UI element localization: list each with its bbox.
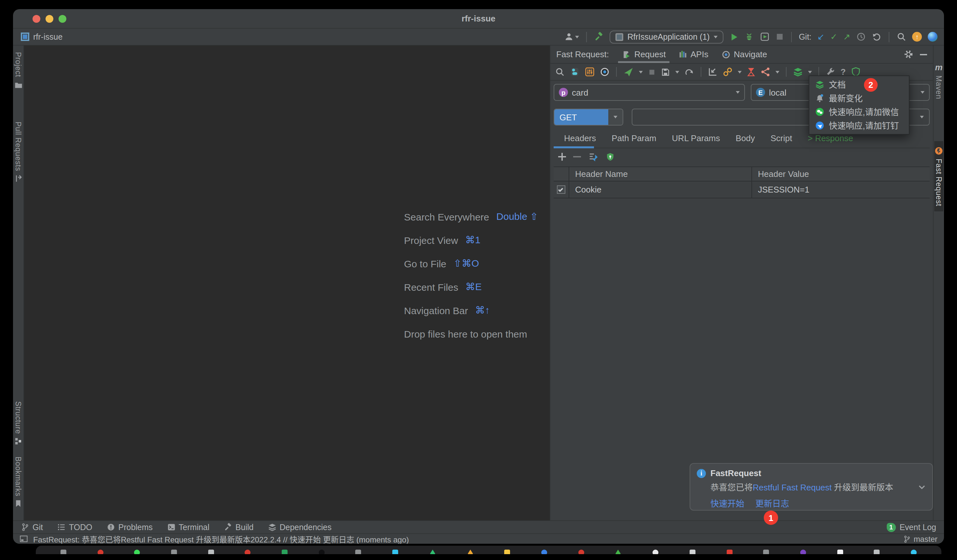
hide-panel-icon[interactable] <box>920 54 927 55</box>
tab-headers[interactable]: Headers <box>564 133 596 148</box>
event-log-button[interactable]: 1 Event Log <box>886 522 936 532</box>
dock-app-icon[interactable] <box>97 550 103 554</box>
connection-toggle-icon[interactable] <box>570 67 580 77</box>
dock-app-icon[interactable] <box>171 550 177 554</box>
tab-url-params[interactable]: URL Params <box>672 133 720 148</box>
dock-app-icon[interactable] <box>837 550 843 554</box>
menu-item-whats-new[interactable]: 最新变化 <box>809 91 909 105</box>
chevron-down-icon[interactable] <box>808 71 812 73</box>
dock-app-icon[interactable] <box>690 550 695 554</box>
response-toggle[interactable]: > Response <box>808 133 853 148</box>
project-module-select[interactable]: p card <box>554 84 745 101</box>
docs-layers-icon[interactable] <box>793 67 803 77</box>
send-request-icon[interactable] <box>623 67 634 77</box>
search-icon[interactable] <box>555 67 565 77</box>
header-name-cell[interactable]: Cookie <box>569 181 752 198</box>
status-message[interactable]: FastRequest: 恭喜您已将Restful Fast Request 升… <box>33 533 409 544</box>
sidebar-item-fast-request[interactable]: Fast Request <box>934 141 943 211</box>
quick-start-link[interactable]: 快速开始 <box>711 497 744 509</box>
run-configuration-select[interactable]: RfrIssueApplication (1) <box>610 30 723 43</box>
chevron-down-icon[interactable] <box>639 71 643 73</box>
share-graph-icon[interactable] <box>761 67 770 77</box>
dock-app-icon[interactable] <box>430 550 436 554</box>
stop-request-icon[interactable] <box>648 68 656 76</box>
chevron-down-icon[interactable] <box>675 71 679 73</box>
editor-area[interactable]: Search Everywhere Double ⇧ Project View … <box>24 46 550 520</box>
branch-widget[interactable]: master <box>903 534 938 543</box>
tab-path-param[interactable]: Path Param <box>611 133 656 148</box>
header-enabled-checkbox[interactable] <box>557 185 565 194</box>
sidebar-item-structure[interactable]: Structure <box>14 398 22 448</box>
dock-app-icon[interactable] <box>578 550 584 554</box>
macos-dock[interactable] <box>36 546 941 554</box>
hourglass-icon[interactable] <box>747 67 755 77</box>
dock-app-icon[interactable] <box>392 550 398 554</box>
toolwindow-toggle-icon[interactable] <box>19 535 28 543</box>
debug-button[interactable] <box>744 32 754 42</box>
sidebar-item-project[interactable]: Project <box>14 49 22 91</box>
redo-icon[interactable] <box>684 67 694 77</box>
stop-button[interactable] <box>775 33 784 41</box>
toolwindow-problems[interactable]: Problems <box>107 522 153 532</box>
bulk-edit-icon[interactable] <box>588 152 599 162</box>
profile-button[interactable] <box>564 32 580 42</box>
chevron-down-icon[interactable] <box>775 71 779 73</box>
save-icon[interactable] <box>661 67 670 76</box>
plugin-link[interactable]: Restful Fast Request <box>753 483 832 492</box>
dock-app-icon[interactable] <box>800 550 806 554</box>
toolwindow-build[interactable]: Build <box>224 522 254 532</box>
dock-app-icon[interactable] <box>245 550 251 554</box>
dock-app-icon[interactable] <box>763 550 769 554</box>
git-push-icon[interactable]: ↗ <box>843 33 850 41</box>
dock-app-icon[interactable] <box>726 550 732 554</box>
rollback-icon[interactable] <box>872 32 881 42</box>
tab-request[interactable]: Request <box>622 46 666 63</box>
menu-item-dingtalk[interactable]: 快速响应,请加钉钉 <box>809 118 909 132</box>
toolwindow-terminal[interactable]: Terminal <box>167 522 210 532</box>
sidebar-item-bookmarks[interactable]: Bookmarks <box>14 454 22 510</box>
toolwindow-todo[interactable]: TODO <box>57 522 92 532</box>
menu-item-wechat[interactable]: 快速响应,请加微信 <box>809 105 909 118</box>
dock-app-icon[interactable] <box>615 550 622 554</box>
menu-item-docs[interactable]: 文档 2 <box>809 77 909 91</box>
search-icon[interactable] <box>897 32 906 42</box>
dock-app-icon[interactable] <box>874 550 880 554</box>
tab-script[interactable]: Script <box>771 133 792 148</box>
target-icon[interactable] <box>600 67 610 77</box>
header-value-cell[interactable]: JSESSION=1 <box>752 185 930 194</box>
settings-sliders-icon[interactable] <box>585 67 595 77</box>
sidebar-item-pull-requests[interactable]: Pull Requests <box>14 119 22 185</box>
dock-app-icon[interactable] <box>208 550 214 554</box>
gear-icon[interactable] <box>904 49 913 59</box>
link-icon[interactable] <box>723 67 733 77</box>
changelog-link[interactable]: 更新日志 <box>755 497 789 509</box>
dock-app-icon[interactable] <box>505 550 510 554</box>
chevron-down-icon[interactable] <box>738 71 742 73</box>
gradle-sphere-icon[interactable] <box>928 32 938 42</box>
dock-app-icon[interactable] <box>541 550 547 554</box>
dock-app-icon[interactable] <box>60 550 66 554</box>
dock-app-icon[interactable] <box>134 550 140 554</box>
tab-apis[interactable]: APIs <box>679 46 709 63</box>
run-with-coverage-button[interactable] <box>760 32 770 42</box>
chevron-down-icon[interactable] <box>918 483 926 491</box>
dock-app-icon[interactable] <box>911 550 917 554</box>
dock-app-icon[interactable] <box>355 550 362 554</box>
dock-app-icon[interactable] <box>319 550 325 554</box>
git-commit-icon[interactable]: ✓ <box>830 33 837 41</box>
tab-navigate[interactable]: Navigate <box>722 46 767 63</box>
project-breadcrumb[interactable]: rfr-issue <box>21 32 62 41</box>
toolwindow-dependencies[interactable]: Dependencies <box>268 522 332 532</box>
export-chart-icon[interactable] <box>708 67 718 77</box>
auth-shield-icon[interactable] <box>606 152 615 162</box>
run-button[interactable] <box>729 32 738 41</box>
dock-app-icon[interactable] <box>467 550 473 554</box>
build-hammer-icon[interactable] <box>594 32 604 42</box>
remove-header-button[interactable] <box>573 153 581 161</box>
git-update-icon[interactable]: ↙ <box>818 33 824 41</box>
sidebar-item-maven[interactable]: m Maven <box>935 60 943 102</box>
http-method-select[interactable]: GET <box>554 109 623 126</box>
toolwindow-git[interactable]: Git <box>21 522 43 532</box>
history-clock-icon[interactable] <box>856 32 866 42</box>
dock-app-icon[interactable] <box>282 550 287 554</box>
